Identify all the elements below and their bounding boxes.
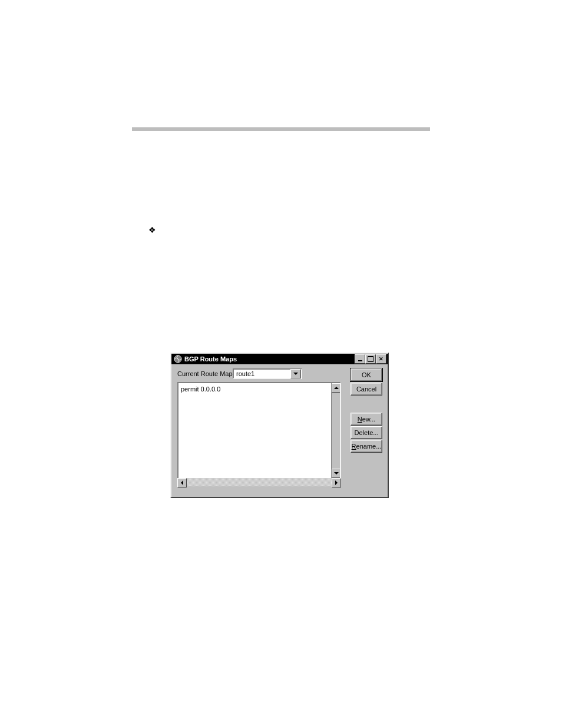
- cancel-button[interactable]: Cancel: [351, 383, 382, 396]
- app-icon: [174, 355, 182, 363]
- titlebar[interactable]: BGP Route Maps ✕: [171, 354, 388, 364]
- chevron-left-icon: [181, 480, 183, 485]
- current-route-map-label: Current Route Map:: [177, 370, 234, 377]
- rename-button[interactable]: Rename...: [351, 440, 382, 453]
- delete-button[interactable]: Delete...: [351, 426, 382, 439]
- horizontal-scrollbar[interactable]: [177, 478, 341, 486]
- current-route-map-combo[interactable]: route1: [233, 368, 302, 379]
- vertical-scrollbar[interactable]: [331, 383, 340, 478]
- combo-dropdown-button[interactable]: [290, 369, 301, 378]
- horizontal-rule: [132, 127, 430, 131]
- scroll-up-button[interactable]: [332, 383, 341, 393]
- ok-button[interactable]: OK: [351, 368, 382, 381]
- list-item[interactable]: permit 0.0.0.0: [180, 384, 330, 394]
- new-button[interactable]: New...: [351, 413, 382, 426]
- combo-value: route1: [234, 370, 290, 377]
- chevron-down-icon: [334, 472, 339, 475]
- maximize-button[interactable]: [365, 354, 376, 364]
- scroll-right-button[interactable]: [332, 478, 341, 487]
- chevron-right-icon: [335, 480, 338, 485]
- dialog-title: BGP Route Maps: [184, 355, 237, 363]
- chevron-up-icon: [334, 387, 339, 389]
- bullet-icon: ❖: [148, 225, 156, 235]
- close-button[interactable]: ✕: [376, 354, 386, 364]
- scroll-left-button[interactable]: [177, 478, 187, 487]
- chevron-down-icon: [293, 373, 298, 375]
- route-map-list[interactable]: permit 0.0.0.0: [177, 382, 341, 479]
- minimize-button[interactable]: [355, 354, 365, 364]
- bgp-route-maps-dialog: BGP Route Maps ✕ Current Route Map: rout…: [170, 353, 389, 498]
- scroll-down-button[interactable]: [332, 469, 341, 478]
